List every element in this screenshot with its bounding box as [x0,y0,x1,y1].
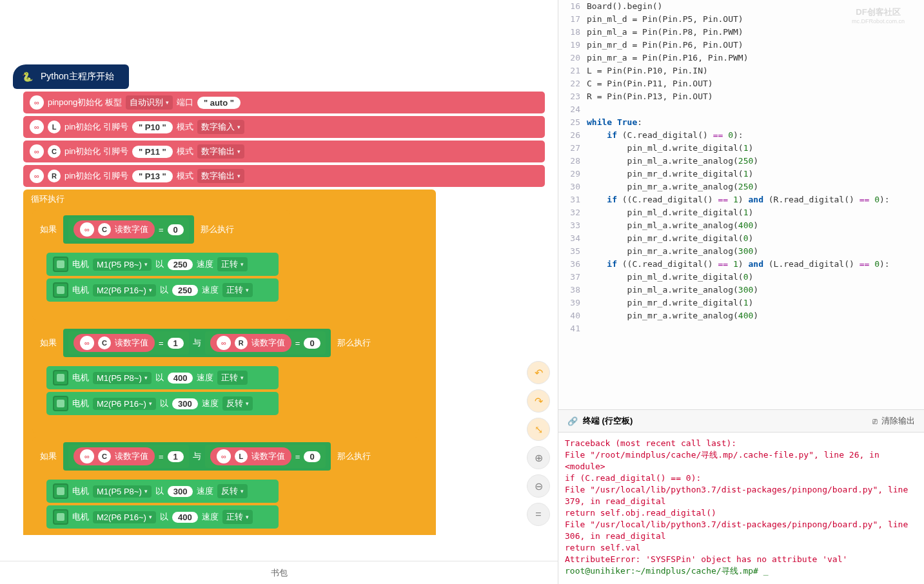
code-text: if (C.read_digital() == 0): [587,129,743,142]
code-line[interactable]: 18pin_ml_a = Pin(Pin.P8, Pin.PWM) [558,26,924,39]
motor-select-dropdown[interactable]: M2(P6 P16~) [93,511,156,523]
speed-value[interactable]: 250 [168,259,193,270]
code-line[interactable]: 26 if (C.read_digital() == 0): [558,129,924,142]
code-line[interactable]: 25while True: [558,116,924,129]
code-line[interactable]: 21L = Pin(Pin.P10, Pin.IN) [558,64,924,77]
motor-select-dropdown[interactable]: M2(P6 P16~) [93,398,156,410]
compare-value[interactable]: 0 [168,224,184,235]
motor-select-dropdown[interactable]: M1(P5 P8~) [93,485,152,498]
motor-block[interactable]: 电机M2(P6 P16~)以250速度正转 [46,278,279,302]
motor-select-dropdown[interactable]: M2(P6 P16~) [93,284,156,297]
compare-block[interactable]: ∞L读数字值 = 0 [205,445,326,468]
compare-block[interactable]: ∞C读数字值 = 1 [68,331,189,355]
code-line[interactable]: 31 if ((C.read_digital() == 1) and (R.re… [558,193,924,206]
direction-dropdown[interactable]: 反转 [217,484,248,498]
speed-value[interactable]: 400 [168,373,193,384]
if-block[interactable]: 如果∞C读数字值 = 1与∞R读数字值 = 0那么执行电机M1(P5 P8~)以… [32,324,419,433]
compare-block[interactable]: ∞C读数字值 = 0 [68,218,189,241]
speed-value[interactable]: 300 [168,486,193,497]
condition[interactable]: ∞C读数字值 = 1与∞R读数字值 = 0 [63,329,331,357]
code-line[interactable]: 41 [558,322,924,335]
compare-value[interactable]: 1 [168,338,184,349]
code-line[interactable]: 35 pin_mr_a.write_analog(300) [558,245,924,258]
pin-mode-dropdown[interactable]: 数字输出 [197,169,244,183]
read-digital-oval[interactable]: ∞C读数字值 [74,447,155,465]
direction-dropdown[interactable]: 正转 [222,283,253,297]
direction-dropdown[interactable]: 正转 [222,510,253,524]
compare-value[interactable]: 0 [304,451,320,462]
code-line[interactable]: 20pin_mr_a = Pin(Pin.P16, Pin.PWM) [558,52,924,64]
pin-number[interactable]: " P13 " [132,170,173,182]
compare-value[interactable]: 1 [168,451,184,462]
motor-select-dropdown[interactable]: M1(P5 P8~) [93,258,152,271]
speed-value[interactable]: 400 [172,512,198,523]
read-digital-oval[interactable]: ∞L读数字值 [210,447,291,465]
bottom-bar[interactable]: 书包 [0,561,558,584]
motor-block[interactable]: 电机M2(P6 P16~)以400速度正转 [46,505,279,529]
pin-init-L-block[interactable]: ∞ L pin初始化 引脚号 " P10 " 模式 数字输入 [23,116,545,138]
motor-block[interactable]: 电机M1(P5 P8~)以250速度正转 [46,253,279,276]
clear-output-button[interactable]: ⎚ 清除输出 [872,415,915,427]
read-digital-oval[interactable]: ∞C读数字值 [74,334,155,352]
block-canvas[interactable]: 🐍 Python主程序开始 ∞ pinpong初始化 板型 自动识别 端口 " … [0,0,558,535]
code-line[interactable]: 30 pin_mr_a.write_analog(250) [558,180,924,193]
condition[interactable]: ∞C读数字值 = 0 [63,215,194,244]
code-line[interactable]: 24 [558,103,924,116]
pinpong-icon: ∞ [30,169,44,183]
crop-button[interactable]: ⤡ [527,418,550,441]
redo-button[interactable]: ↷ [527,389,550,413]
port-value[interactable]: " auto " [197,97,241,109]
code-line[interactable]: 22C = Pin(Pin.P11, Pin.OUT) [558,77,924,90]
if-block[interactable]: 如果∞C读数字值 = 1与∞L读数字值 = 0那么执行电机M1(P5 P8~)以… [32,437,419,535]
zoom-in-button[interactable]: ⊕ [527,446,550,469]
motor-block[interactable]: 电机M1(P5 P8~)以400速度正转 [46,366,279,389]
pin-init-R-block[interactable]: ∞ R pin初始化 引脚号 " P13 " 模式 数字输出 [23,165,545,187]
code-line[interactable]: 40 pin_mr_a.write_analog(400) [558,309,924,322]
forever-loop-block[interactable]: 循环执行 如果∞C读数字值 = 0那么执行电机M1(P5 P8~)以250速度正… [23,190,436,535]
board-type-dropdown[interactable]: 自动识别 [126,95,173,110]
code-line[interactable]: 37 pin_ml_d.write_digital(0) [558,271,924,284]
code-line[interactable]: 38 pin_ml_a.write_analog(300) [558,284,924,297]
direction-dropdown[interactable]: 正转 [217,371,248,385]
pin-mode-dropdown[interactable]: 数字输出 [197,144,244,159]
app-root: 🐍 Python主程序开始 ∞ pinpong初始化 板型 自动识别 端口 " … [0,0,924,584]
code-line[interactable]: 32 pin_ml_d.write_digital(1) [558,206,924,219]
line-number: 26 [558,129,587,142]
zoom-out-button[interactable]: ⊖ [527,474,550,498]
code-line[interactable]: 19pin_mr_d = Pin(Pin.P6, Pin.OUT) [558,39,924,52]
pin-number[interactable]: " P10 " [132,121,173,133]
code-line[interactable]: 27 pin_ml_d.write_digital(1) [558,142,924,155]
if-block[interactable]: 如果∞C读数字值 = 0那么执行电机M1(P5 P8~)以250速度正转电机M2… [32,210,290,320]
code-line[interactable]: 29 pin_mr_d.write_digital(1) [558,168,924,180]
speed-value[interactable]: 250 [172,285,198,296]
pin-mode-dropdown[interactable]: 数字输入 [197,120,244,134]
code-line[interactable]: 33 pin_ml_a.write_analog(400) [558,219,924,232]
code-line[interactable]: 39 pin_mr_d.write_digital(1) [558,297,924,309]
motor-block[interactable]: 电机M1(P5 P8~)以300速度反转 [46,480,279,503]
python-main-start-block[interactable]: 🐍 Python主程序开始 [13,64,129,89]
pin-number[interactable]: " P11 " [132,146,173,158]
code-editor[interactable]: 16Board().begin()17pin_ml_d = Pin(Pin.P5… [558,0,924,409]
compare-value[interactable]: 0 [304,338,320,349]
pin-init-C-block[interactable]: ∞ C pin初始化 引脚号 " P11 " 模式 数字输出 [23,141,545,162]
compare-block[interactable]: ∞R读数字值 = 0 [205,331,326,355]
speed-value[interactable]: 300 [172,398,198,409]
compare-block[interactable]: ∞C读数字值 = 1 [68,445,189,468]
motor-block[interactable]: 电机M2(P6 P16~)以300速度反转 [46,392,279,415]
terminal-output[interactable]: Traceback (most recent call last): File … [558,433,924,584]
code-line[interactable]: 36 if ((C.read_digital() == 1) and (L.re… [558,258,924,271]
code-line[interactable]: 34 pin_mr_d.write_digital(0) [558,232,924,245]
block-canvas-panel: 🐍 Python主程序开始 ∞ pinpong初始化 板型 自动识别 端口 " … [0,0,558,584]
direction-dropdown[interactable]: 反转 [222,396,253,411]
read-digital-oval[interactable]: ∞R读数字值 [210,334,291,352]
motor-select-dropdown[interactable]: M1(P5 P8~) [93,372,152,384]
code-line[interactable]: 28 pin_ml_a.write_analog(250) [558,155,924,168]
direction-dropdown[interactable]: 正转 [217,257,248,271]
code-line[interactable]: 23R = Pin(Pin.P13, Pin.OUT) [558,90,924,103]
read-digital-oval[interactable]: ∞C读数字值 [74,220,155,238]
recenter-button[interactable]: = [527,503,550,526]
equals-op: = [295,338,300,348]
pinpong-init-block[interactable]: ∞ pinpong初始化 板型 自动识别 端口 " auto " [23,92,545,113]
condition[interactable]: ∞C读数字值 = 1与∞L读数字值 = 0 [63,442,331,471]
undo-button[interactable]: ↶ [527,361,550,384]
